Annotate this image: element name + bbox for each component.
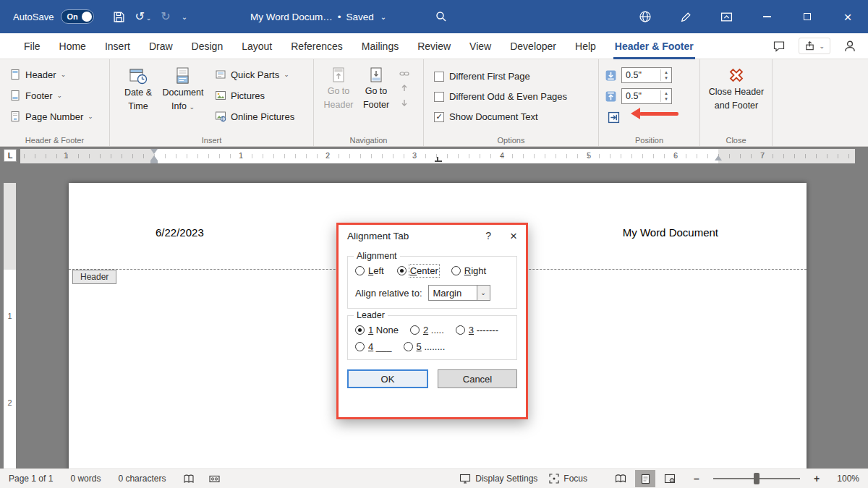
word-count[interactable]: 0 words	[70, 474, 101, 484]
cancel-button[interactable]: Cancel	[438, 369, 517, 388]
close-header-footer-button[interactable]: Close Header and Footer	[706, 62, 767, 111]
ruler-number: 1	[239, 151, 243, 160]
quick-parts-button[interactable]: Quick Parts ⌄	[211, 65, 298, 84]
tab-insert[interactable]: Insert	[95, 33, 140, 59]
pictures-button[interactable]: Pictures	[211, 86, 298, 105]
close-header-footer-icon	[727, 66, 746, 85]
chevron-down-icon: ⌄	[819, 43, 825, 50]
character-count[interactable]: 0 characters	[118, 474, 166, 484]
spinner-up-icon[interactable]: ▴	[665, 69, 668, 75]
different-first-page-checkbox[interactable]: Different First Page	[434, 69, 594, 84]
tab-home[interactable]: Home	[50, 33, 95, 59]
proofing-button[interactable]	[183, 474, 195, 484]
radio-align-center[interactable]: Center	[397, 265, 438, 276]
dialog-close-button[interactable]: ×	[510, 230, 517, 242]
ribbon-display-options-button[interactable]	[706, 0, 746, 33]
group-label-insert: Insert	[110, 136, 313, 145]
tab-draw[interactable]: Draw	[140, 33, 182, 59]
radio-leader-thick-dots[interactable]: 5 ........	[404, 341, 446, 352]
left-indent-marker[interactable]	[150, 160, 158, 163]
document-info-icon	[174, 67, 192, 85]
display-settings-button[interactable]: Display Settings	[459, 474, 537, 484]
search-button[interactable]	[435, 11, 447, 22]
tab-design[interactable]: Design	[182, 33, 233, 59]
spinner-down-icon[interactable]: ▾	[665, 75, 668, 81]
radio-leader-underline[interactable]: 4 ___	[355, 341, 392, 352]
zoom-in-button[interactable]: +	[812, 473, 822, 484]
header-button[interactable]: Header ⌄	[6, 65, 105, 84]
tab-review[interactable]: Review	[408, 33, 460, 59]
radio-selected-icon	[355, 325, 365, 335]
autosave-toggle[interactable]: On	[61, 9, 94, 24]
insert-alignment-tab-button[interactable]	[605, 108, 622, 126]
maximize-button[interactable]	[787, 0, 827, 33]
document-info-button[interactable]: Document Info ⌄	[161, 62, 205, 112]
document-title-dropdown[interactable]: My Word Docum… • Saved ⌄	[250, 0, 386, 33]
radio-align-right[interactable]: Right	[451, 265, 486, 276]
tab-header-footer[interactable]: Header & Footer	[605, 33, 703, 59]
footer-button[interactable]: Footer ⌄	[6, 86, 105, 105]
annotation-arrow	[631, 108, 680, 119]
show-document-text-checkbox[interactable]: ✓ Show Document Text	[434, 109, 594, 124]
close-window-button[interactable]: ×	[827, 0, 868, 33]
ribbon-group-close: Close Header and Footer Close	[700, 59, 773, 146]
tab-references[interactable]: References	[281, 33, 352, 59]
date-time-button[interactable]: Date & Time	[116, 62, 161, 112]
web-layout-button[interactable]	[660, 470, 680, 487]
radio-leader-dots[interactable]: 2 .....	[410, 325, 444, 335]
minimize-button[interactable]	[746, 0, 787, 33]
dialog-title: Alignment Tab	[347, 231, 485, 241]
center-tab-stop[interactable]	[437, 157, 443, 162]
hanging-indent-marker[interactable]	[150, 155, 158, 160]
pen-button[interactable]	[665, 0, 706, 33]
tab-developer[interactable]: Developer	[501, 33, 566, 59]
autosave-state: On	[67, 12, 77, 21]
header-from-top-spinner[interactable]: 0.5" ▴▾	[621, 67, 672, 83]
page-number-button[interactable]: Page Number ⌄	[6, 107, 105, 126]
macro-recording-button[interactable]	[209, 474, 220, 484]
radio-align-left[interactable]: Left	[355, 265, 384, 276]
person-button[interactable]	[843, 40, 856, 53]
zoom-slider[interactable]	[713, 478, 800, 479]
tab-mailings[interactable]: Mailings	[352, 33, 408, 59]
ok-button[interactable]: OK	[347, 369, 428, 388]
customize-quick-access-button[interactable]: ⌄	[182, 13, 187, 21]
different-odd-even-checkbox[interactable]: Different Odd & Even Pages	[434, 89, 594, 104]
radio-leader-dashes[interactable]: 3 -------	[456, 325, 498, 335]
checkbox-unchecked-icon	[434, 92, 444, 102]
share-button[interactable]: ⌄	[799, 38, 830, 54]
online-pictures-button[interactable]: Online Pictures	[211, 107, 298, 126]
online-pictures-icon	[215, 111, 226, 122]
radio-leader-none[interactable]: 1 None	[355, 325, 399, 335]
align-relative-dropdown[interactable]: Margin ⌄	[428, 285, 490, 301]
tab-view[interactable]: View	[460, 33, 501, 59]
comments-button[interactable]	[773, 40, 786, 53]
dialog-help-button[interactable]: ?	[485, 230, 491, 241]
focus-mode-button[interactable]: Focus	[549, 474, 587, 484]
page-indicator[interactable]: Page 1 of 1	[9, 474, 53, 484]
print-layout-button[interactable]	[635, 470, 655, 487]
tab-help[interactable]: Help	[566, 33, 605, 59]
read-mode-button[interactable]	[610, 470, 631, 487]
undo-button[interactable]: ↺⌄	[135, 11, 151, 22]
tab-file[interactable]: File	[14, 33, 50, 59]
redo-button[interactable]: ↻	[161, 11, 170, 22]
spinner-down-icon[interactable]: ▾	[665, 96, 668, 102]
zoom-out-button[interactable]: –	[692, 473, 702, 484]
right-indent-marker[interactable]	[715, 155, 722, 160]
radio-icon	[355, 342, 365, 351]
link-to-previous-icon	[399, 69, 409, 78]
header-title-text[interactable]: My Word Document	[623, 226, 718, 239]
zoom-slider-knob[interactable]	[754, 473, 760, 484]
tab-layout[interactable]: Layout	[232, 33, 281, 59]
globe-button[interactable]	[625, 0, 665, 33]
spinner-up-icon[interactable]: ▴	[665, 90, 668, 96]
footer-from-bottom-spinner[interactable]: 0.5" ▴▾	[621, 88, 672, 104]
zoom-level[interactable]: 100%	[833, 474, 859, 484]
share-icon	[804, 40, 815, 51]
go-to-footer-button[interactable]: Go to Footer	[357, 62, 395, 111]
first-line-indent-marker[interactable]	[150, 149, 158, 154]
tab-stop-selector[interactable]: L	[4, 149, 17, 162]
save-button[interactable]	[113, 11, 125, 23]
header-date-text[interactable]: 6/22/2023	[156, 226, 204, 239]
